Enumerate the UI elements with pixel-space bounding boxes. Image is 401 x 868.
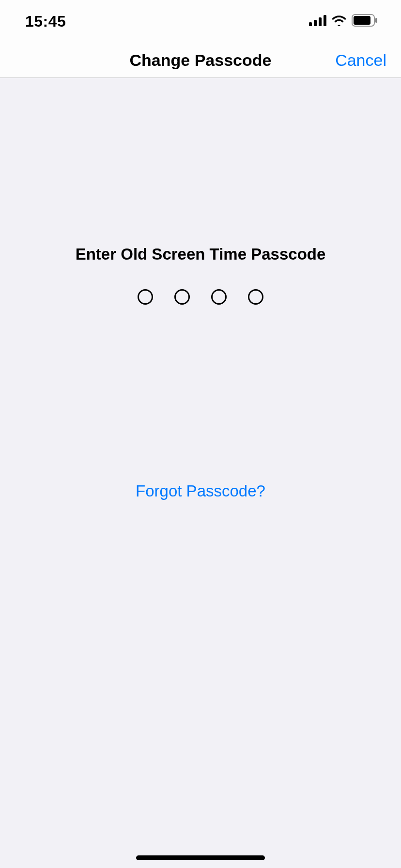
passcode-dot <box>138 289 153 305</box>
svg-rect-5 <box>354 16 370 25</box>
status-icons <box>309 14 378 29</box>
page-title: Change Passcode <box>130 51 272 70</box>
svg-rect-6 <box>375 18 377 23</box>
svg-rect-0 <box>309 22 312 26</box>
passcode-dot <box>174 289 190 305</box>
forgot-passcode-link[interactable]: Forgot Passcode? <box>136 482 265 500</box>
content-area: Enter Old Screen Time Passcode Forgot Pa… <box>0 78 401 500</box>
passcode-dot <box>211 289 227 305</box>
svg-rect-3 <box>324 15 326 26</box>
passcode-prompt: Enter Old Screen Time Passcode <box>76 245 326 264</box>
passcode-input[interactable] <box>138 289 263 305</box>
svg-rect-1 <box>314 20 317 26</box>
home-indicator[interactable] <box>136 855 265 860</box>
status-time: 15:45 <box>25 13 66 31</box>
battery-icon <box>352 14 378 29</box>
cancel-button[interactable]: Cancel <box>335 51 386 70</box>
status-bar: 15:45 <box>0 0 401 43</box>
nav-header: Change Passcode Cancel <box>0 43 401 78</box>
svg-rect-2 <box>319 17 322 26</box>
wifi-icon <box>331 15 347 28</box>
cellular-signal-icon <box>309 15 326 28</box>
passcode-dot <box>248 289 263 305</box>
